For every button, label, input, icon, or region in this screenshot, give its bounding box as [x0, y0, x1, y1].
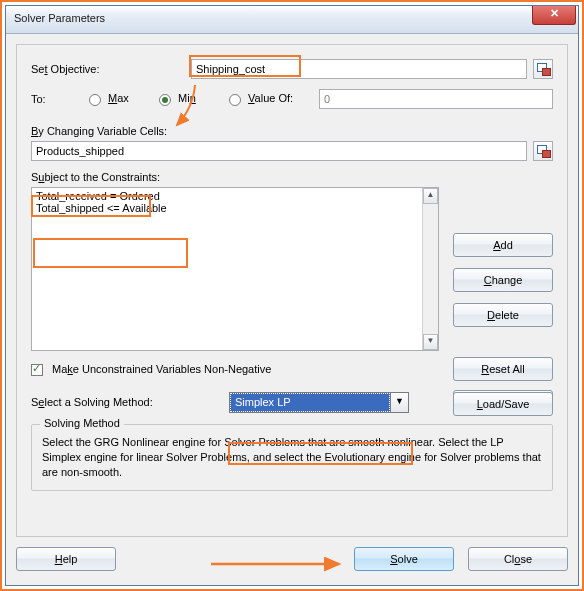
scroll-down-icon[interactable]: ▼	[423, 334, 438, 350]
objective-value: Shipping_cost	[196, 63, 265, 75]
changing-input[interactable]: Products_shipped	[31, 141, 527, 161]
solver-window: Solver Parameters ✕ Set Objective: Shipp…	[5, 5, 579, 586]
changing-ref-button[interactable]	[533, 141, 553, 161]
method-label: Select a Solving Method:	[31, 396, 191, 408]
radio-valueof[interactable]: Value Of:	[229, 92, 319, 105]
add-button[interactable]: Add	[453, 233, 553, 257]
to-row: To: Max Min Value Of: 0	[31, 89, 553, 109]
objective-input[interactable]: Shipping_cost	[191, 59, 527, 79]
constraint-item[interactable]: Total_received = Ordered	[36, 190, 434, 202]
screenshot-frame: Solver Parameters ✕ Set Objective: Shipp…	[0, 0, 584, 591]
set-objective-label: Set Objective:	[31, 63, 191, 75]
constraints-label: Subject to the Constraints:	[31, 171, 553, 183]
unconstrained-label: Make Unconstrained Variables Non-Negativ…	[52, 363, 271, 375]
group-title: Solving Method	[40, 417, 124, 429]
chevron-down-icon[interactable]: ▼	[390, 393, 408, 412]
close-icon: ✕	[550, 7, 559, 19]
radio-min[interactable]: Min	[159, 92, 229, 105]
group-body: Select the GRG Nonlinear engine for Solv…	[42, 435, 542, 480]
main-panel: Set Objective: Shipping_cost To: Max	[16, 44, 568, 537]
radio-icon	[159, 94, 171, 106]
window-title: Solver Parameters	[14, 12, 105, 24]
change-button[interactable]: Change	[453, 268, 553, 292]
scroll-up-icon[interactable]: ▲	[423, 188, 438, 204]
scrollbar[interactable]: ▲ ▼	[422, 188, 438, 350]
radio-max[interactable]: Max	[89, 92, 159, 105]
checkbox-icon[interactable]	[31, 364, 43, 376]
valueof-input[interactable]: 0	[319, 89, 553, 109]
client-area: Set Objective: Shipping_cost To: Max	[6, 34, 578, 585]
solving-method-group: Solving Method Select the GRG Nonlinear …	[31, 424, 553, 491]
constraint-item[interactable]: Total_shipped <= Available	[36, 202, 434, 214]
load-save-button[interactable]: Load/Save	[453, 392, 553, 416]
close-window-button[interactable]: ✕	[532, 6, 576, 25]
footer: Help Solve Close	[16, 543, 568, 575]
changing-label: By Changing Variable Cells:	[31, 125, 553, 137]
method-selected: Simplex LP	[230, 393, 390, 412]
reset-all-button[interactable]: Reset All	[453, 357, 553, 381]
scroll-track[interactable]	[423, 204, 438, 334]
changing-value: Products_shipped	[36, 145, 124, 157]
close-button[interactable]: Close	[468, 547, 568, 571]
changing-row: Products_shipped	[31, 141, 553, 161]
solve-button[interactable]: Solve	[354, 547, 454, 571]
constraints-listbox[interactable]: Total_received = Ordered Total_shipped <…	[31, 187, 439, 351]
help-button[interactable]: Help	[16, 547, 116, 571]
method-dropdown[interactable]: Simplex LP ▼	[229, 392, 409, 413]
radio-icon	[89, 94, 101, 106]
objective-ref-button[interactable]	[533, 59, 553, 79]
objective-row: Set Objective: Shipping_cost	[31, 59, 553, 79]
to-label: To:	[31, 93, 89, 105]
valueof-value: 0	[324, 93, 330, 105]
delete-button[interactable]: Delete	[453, 303, 553, 327]
radio-icon	[229, 94, 241, 106]
side-buttons: Add Change Delete Reset All Load/Save	[453, 233, 553, 416]
titlebar[interactable]: Solver Parameters ✕	[6, 6, 578, 34]
